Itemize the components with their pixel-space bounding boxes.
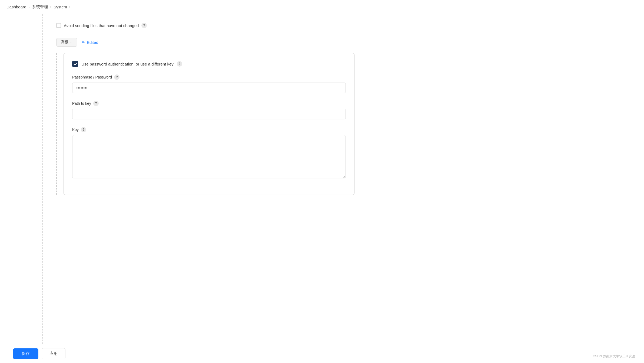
path-to-key-label-row: Path to key ? [72,101,346,106]
passphrase-label-row: Passphrase / Password ? [72,74,346,80]
breadcrumb-system[interactable]: System [54,5,67,9]
edited-badge: ✏ Edited [82,40,98,45]
passphrase-help-icon[interactable]: ? [114,74,119,80]
use-password-label: Use password authentication, or use a di… [81,62,174,66]
path-to-key-field-group: Path to key ? [72,101,346,119]
path-to-key-input[interactable] [72,109,346,119]
footer-note: CSDN @南京大学软工研究生 [593,354,635,359]
avoid-files-row: Avoid sending files that have not change… [56,23,355,28]
breadcrumb-sep-1: › [28,5,29,9]
advanced-label: 高级 [61,40,68,45]
advanced-row: 高级 ⌄ ✏ Edited [56,38,355,47]
breadcrumb-sysmgmt[interactable]: 系统管理 [32,4,48,9]
avoid-files-checkbox[interactable] [56,23,61,28]
bottom-bar: 保存 应用 [0,344,644,363]
path-to-key-help-icon[interactable]: ? [93,101,99,106]
use-password-help-icon[interactable]: ? [177,61,182,67]
use-password-checkbox[interactable] [72,61,78,67]
edited-label: Edited [87,40,98,45]
key-field-group: Key ? [72,127,346,179]
content-area: Avoid sending files that have not change… [43,14,644,363]
passphrase-label: Passphrase / Password [72,75,112,79]
save-button[interactable]: 保存 [13,348,38,359]
sidebar [0,14,43,363]
apply-button[interactable]: 应用 [42,348,65,359]
breadcrumb-dashboard[interactable]: Dashboard [6,5,26,9]
use-password-row: Use password authentication, or use a di… [72,61,346,67]
advanced-section: Use password authentication, or use a di… [56,53,355,195]
avoid-files-label: Avoid sending files that have not change… [64,23,139,28]
breadcrumb: Dashboard › 系统管理 › System › [0,0,644,14]
path-to-key-label: Path to key [72,101,91,106]
advanced-button[interactable]: 高级 ⌄ [56,38,77,47]
passphrase-field-group: Passphrase / Password ? [72,74,346,93]
section-card: Use password authentication, or use a di… [63,53,355,195]
key-label-row: Key ? [72,127,346,132]
breadcrumb-sep-2: › [50,5,51,9]
key-help-icon[interactable]: ? [81,127,86,132]
passphrase-input[interactable] [72,83,346,93]
key-textarea[interactable] [72,135,346,178]
avoid-files-help-icon[interactable]: ? [141,23,147,28]
key-label: Key [72,127,79,132]
breadcrumb-sep-3: › [69,5,70,9]
edit-icon: ✏ [82,40,85,45]
chevron-down-icon: ⌄ [70,40,73,44]
